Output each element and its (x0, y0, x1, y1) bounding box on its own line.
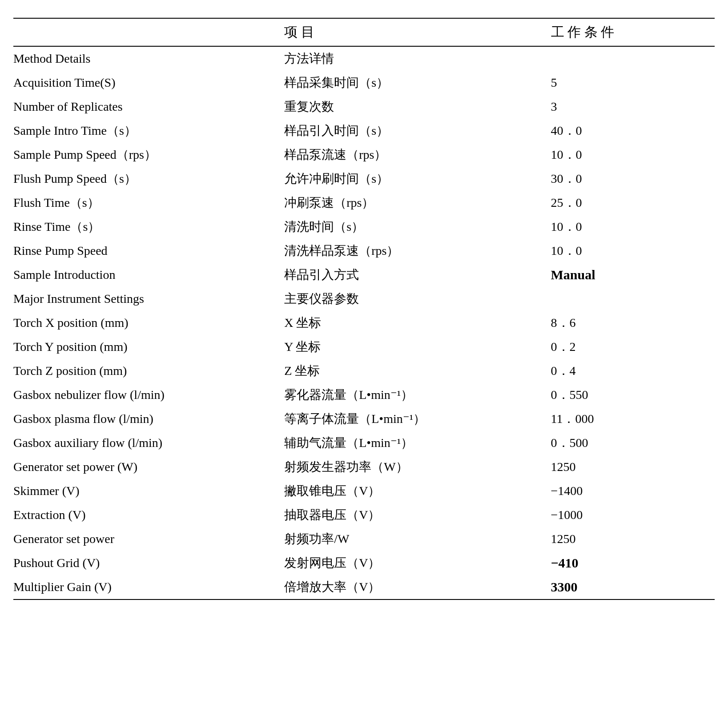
row-col2: 撇取锥电压（V） (280, 479, 546, 503)
col1-header (13, 18, 280, 46)
row-col2: 重复次数 (280, 95, 546, 119)
row-col3: 5 (547, 71, 715, 95)
table-row: Generator set power射频功率/W1250 (13, 527, 715, 551)
table-row: Sample Introduction样品引入方式Manual (13, 263, 715, 287)
row-col3: 11．000 (547, 407, 715, 431)
table-row: Multiplier Gain (V)倍增放大率（V）3300 (13, 575, 715, 599)
table-row: Rinse Pump Speed清洗样品泵速（rps）10．0 (13, 239, 715, 263)
row-col2: 辅助气流量（L•min⁻¹） (280, 431, 546, 455)
row-col2: 样品引入时间（s） (280, 119, 546, 143)
table-row: Torch X position (mm)X 坐标8．6 (13, 311, 715, 335)
row-col2: 方法详情 (280, 46, 546, 71)
row-col1: Rinse Time（s） (13, 215, 280, 239)
row-col3: 3300 (547, 575, 715, 599)
row-col3: 8．6 (547, 311, 715, 335)
col3-header: 工 作 条 件 (547, 18, 715, 46)
row-col3: 1250 (547, 527, 715, 551)
row-col1: Skimmer (V) (13, 479, 280, 503)
row-col3: 3 (547, 95, 715, 119)
table-row: Gasbox plasma flow (l/min)等离子体流量（L•min⁻¹… (13, 407, 715, 431)
row-col1: Gasbox nebulizer flow (l/min) (13, 383, 280, 407)
table-row: Rinse Time（s）清洗时间（s）10．0 (13, 215, 715, 239)
row-col1: Extraction (V) (13, 503, 280, 527)
row-col1: Sample Intro Time（s） (13, 119, 280, 143)
row-col3: Manual (547, 263, 715, 287)
row-col1: Flush Pump Speed（s） (13, 167, 280, 191)
table-row: Flush Pump Speed（s）允许冲刷时间（s）30．0 (13, 167, 715, 191)
row-col3: −1000 (547, 503, 715, 527)
row-col3 (547, 46, 715, 71)
row-col1: Gasbox auxiliary flow (l/min) (13, 431, 280, 455)
row-col1: Major Instrument Settings (13, 287, 280, 311)
row-col3: 0．550 (547, 383, 715, 407)
row-col2: 雾化器流量（L•min⁻¹） (280, 383, 546, 407)
row-col1: Generator set power (13, 527, 280, 551)
table-row: Sample Intro Time（s）样品引入时间（s）40．0 (13, 119, 715, 143)
table-row: Gasbox auxiliary flow (l/min)辅助气流量（L•min… (13, 431, 715, 455)
row-col3: 0．500 (547, 431, 715, 455)
row-col1: Sample Introduction (13, 263, 280, 287)
row-col1: Flush Time（s） (13, 191, 280, 215)
row-col1: Rinse Pump Speed (13, 239, 280, 263)
table-row: Generator set power (W)射频发生器功率（W）1250 (13, 455, 715, 479)
table-row: Extraction (V)抽取器电压（V）−1000 (13, 503, 715, 527)
row-col2: 抽取器电压（V） (280, 503, 546, 527)
row-col3: 10．0 (547, 143, 715, 167)
row-col2: 样品采集时间（s） (280, 71, 546, 95)
row-col2: 冲刷泵速（rps） (280, 191, 546, 215)
row-col1: Pushout Grid (V) (13, 551, 280, 575)
row-col2: 允许冲刷时间（s） (280, 167, 546, 191)
row-col3: 40．0 (547, 119, 715, 143)
row-col3: 1250 (547, 455, 715, 479)
table-row: Skimmer (V)撇取锥电压（V）−1400 (13, 479, 715, 503)
row-col2: Z 坐标 (280, 359, 546, 383)
row-col1: Torch Y position (mm) (13, 335, 280, 359)
row-col2: Y 坐标 (280, 335, 546, 359)
row-col3: 30．0 (547, 167, 715, 191)
row-col1: Gasbox plasma flow (l/min) (13, 407, 280, 431)
table-row: Major Instrument Settings主要仪器参数 (13, 287, 715, 311)
row-col2: 清洗样品泵速（rps） (280, 239, 546, 263)
table-header-row: 项 目 工 作 条 件 (13, 18, 715, 46)
row-col2: X 坐标 (280, 311, 546, 335)
row-col3: −1400 (547, 479, 715, 503)
row-col2: 发射网电压（V） (280, 551, 546, 575)
row-col2: 样品泵流速（rps） (280, 143, 546, 167)
row-col1: Torch Z position (mm) (13, 359, 280, 383)
table-row: Sample Pump Speed（rps）样品泵流速（rps）10．0 (13, 143, 715, 167)
row-col3: 10．0 (547, 239, 715, 263)
row-col1: Number of Replicates (13, 95, 280, 119)
row-col1: Sample Pump Speed（rps） (13, 143, 280, 167)
row-col3: −410 (547, 551, 715, 575)
table-row: Method Details方法详情 (13, 46, 715, 71)
table-row: Gasbox nebulizer flow (l/min)雾化器流量（L•min… (13, 383, 715, 407)
row-col3: 0．2 (547, 335, 715, 359)
row-col3: 25．0 (547, 191, 715, 215)
row-col2: 倍增放大率（V） (280, 575, 546, 599)
table-row: Number of Replicates重复次数3 (13, 95, 715, 119)
row-col2: 主要仪器参数 (280, 287, 546, 311)
row-col2: 射频发生器功率（W） (280, 455, 546, 479)
row-col1: Multiplier Gain (V) (13, 575, 280, 599)
row-col3 (547, 287, 715, 311)
row-col1: Torch X position (mm) (13, 311, 280, 335)
table-row: Flush Time（s）冲刷泵速（rps）25．0 (13, 191, 715, 215)
row-col1: Acquisition Time(S) (13, 71, 280, 95)
row-col1: Method Details (13, 46, 280, 71)
table-row: Torch Y position (mm)Y 坐标0．2 (13, 335, 715, 359)
row-col2: 样品引入方式 (280, 263, 546, 287)
col2-header: 项 目 (280, 18, 546, 46)
instrument-table: 项 目 工 作 条 件 Method Details方法详情Acquisitio… (13, 18, 715, 600)
row-col2: 射频功率/W (280, 527, 546, 551)
row-col3: 0．4 (547, 359, 715, 383)
row-col1: Generator set power (W) (13, 455, 280, 479)
main-container: 项 目 工 作 条 件 Method Details方法详情Acquisitio… (13, 18, 715, 600)
row-col2: 清洗时间（s） (280, 215, 546, 239)
row-col3: 10．0 (547, 215, 715, 239)
table-row: Pushout Grid (V)发射网电压（V）−410 (13, 551, 715, 575)
table-row: Torch Z position (mm)Z 坐标0．4 (13, 359, 715, 383)
table-row: Acquisition Time(S)样品采集时间（s）5 (13, 71, 715, 95)
row-col2: 等离子体流量（L•min⁻¹） (280, 407, 546, 431)
